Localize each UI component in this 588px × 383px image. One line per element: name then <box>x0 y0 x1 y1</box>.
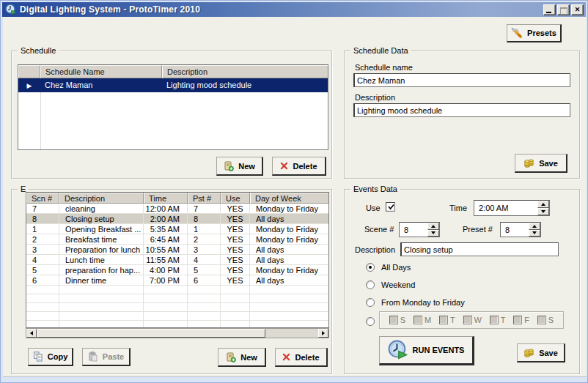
use-label: Use <box>366 204 381 212</box>
day-checkbox[interactable] <box>414 316 422 324</box>
close-button[interactable]: ✕ <box>571 4 584 15</box>
copy-button[interactable]: Copy <box>28 348 73 366</box>
events-table-hscrollbar[interactable] <box>26 328 329 338</box>
events-cell: YES <box>221 224 250 234</box>
schedule-table[interactable]: Schedulle Name Description ▶Chez MamanLi… <box>18 64 328 150</box>
events-table-row[interactable]: 8Closing setup2:00 AM8YESAll days <box>26 214 329 224</box>
events-table[interactable]: Scn #DescriptionTimePst #UseDay of Week … <box>26 192 329 328</box>
events-table-empty-row <box>26 286 329 294</box>
events-cell: 7 <box>188 204 221 214</box>
scroll-right-arrow-icon[interactable] <box>318 329 328 338</box>
day-checkbox[interactable] <box>537 316 546 324</box>
events-table-row[interactable]: 2Breakfast time6:45 AM2YESMonday to Frid… <box>26 234 329 245</box>
schedule-name-cell: Chez Maman <box>40 78 162 92</box>
day-letter: T <box>501 316 506 324</box>
schedule-table-row[interactable]: ▶Chez MamanLighting mood schedule <box>18 78 328 92</box>
schedule-table-header: Schedulle Name Description <box>18 65 328 78</box>
presets-button[interactable]: Presets <box>507 24 562 42</box>
day-cell: W <box>463 316 482 324</box>
day-checkbox[interactable] <box>439 316 448 324</box>
events-cell: 6 <box>188 275 221 286</box>
radio-weekend[interactable] <box>366 280 375 289</box>
schedule-table-empty-area <box>18 92 328 150</box>
radio-custom-days[interactable] <box>366 317 375 326</box>
events-cell: YES <box>221 255 250 265</box>
events-save-button[interactable]: Save <box>517 343 565 362</box>
new-record-icon <box>226 352 236 362</box>
events-table-row[interactable]: 7cleaning12:00 AM7YESMonday to Friday <box>26 204 329 214</box>
events-cell: 4 <box>188 255 221 265</box>
schedule-save-button[interactable]: Save <box>515 154 567 173</box>
events-cell: cleaning <box>59 204 144 214</box>
maximize-button[interactable] <box>557 4 570 15</box>
run-events-button[interactable]: RUN EVENTS <box>379 336 474 365</box>
radio-weekend-label: Weekend <box>381 280 415 289</box>
events-table-header: Scn #DescriptionTimePst #UseDay of Week <box>26 193 329 204</box>
events-table-row[interactable]: 3Preparation for lunch10:55 AM3YESAll da… <box>26 245 329 255</box>
events-table-row[interactable]: 4Lunch time11:55 AM4YESAll days <box>26 255 329 265</box>
wrench-icon <box>511 27 523 39</box>
events-cell: All days <box>250 255 329 265</box>
events-cell: 2 <box>188 234 221 245</box>
events-table-row[interactable]: 1Opening Breakfast ...5:35 AM1YESMonday … <box>26 224 329 234</box>
events-cell: 10:55 AM <box>144 245 188 255</box>
events-col-header: Time <box>144 193 188 204</box>
day-checkbox[interactable] <box>513 316 522 324</box>
paste-button[interactable]: Paste <box>82 348 131 366</box>
spin-down-icon[interactable] <box>427 230 439 237</box>
event-description-label: Description <box>355 245 395 254</box>
schedule-col-name: Schedulle Name <box>40 65 162 78</box>
events-cell: Monday to Friday <box>250 224 329 234</box>
preset-spinner[interactable]: 8 <box>500 222 541 237</box>
scene-spinner[interactable]: 8 <box>399 222 440 237</box>
events-col-header: Use <box>221 193 250 204</box>
custom-days-box: SMTWTFS <box>379 311 564 329</box>
time-spinner[interactable]: 2:00 AM <box>474 200 550 216</box>
delete-x-icon <box>280 162 288 170</box>
day-checkbox[interactable] <box>389 316 398 324</box>
events-cell: 2 <box>26 234 59 245</box>
radio-monday-to-friday[interactable] <box>366 298 375 307</box>
events-cell: 3 <box>26 245 59 255</box>
schedule-data-group-label: Schedulle Data <box>350 45 411 56</box>
schedule-description-label: Description <box>355 93 395 102</box>
schedule-group-label: Schedulle <box>18 45 59 56</box>
day-checkbox[interactable] <box>490 316 499 324</box>
schedule-description-field[interactable] <box>353 103 570 117</box>
events-cell: 1 <box>188 224 221 234</box>
events-new-button[interactable]: New <box>218 348 266 367</box>
scrollbar-thumb[interactable] <box>37 329 265 338</box>
schedule-delete-button[interactable]: Delete <box>272 157 326 176</box>
events-cell: preparation for hap... <box>59 265 144 275</box>
schedule-new-button[interactable]: New <box>216 157 263 176</box>
paste-icon <box>88 352 98 362</box>
events-table-row[interactable]: 5preparation for hap...4:00 PM5YESMonday… <box>26 265 329 275</box>
events-cell: Monday to Friday <box>250 234 329 245</box>
minimize-button[interactable] <box>543 4 556 15</box>
events-delete-button[interactable]: Delete <box>275 348 328 367</box>
events-cell: 5 <box>26 265 59 275</box>
events-col-header: Day of Week <box>250 193 329 204</box>
radio-monday-to-friday-label: From Monday to Friday <box>381 298 465 307</box>
event-description-field[interactable] <box>400 242 559 256</box>
scroll-left-arrow-icon[interactable] <box>26 329 37 338</box>
events-cell: 7:00 PM <box>144 275 188 286</box>
spin-up-icon[interactable] <box>537 201 549 208</box>
events-cell: YES <box>221 265 250 275</box>
events-cell: 6 <box>26 275 59 286</box>
radio-all-days[interactable] <box>366 263 375 272</box>
spin-down-icon[interactable] <box>529 230 540 237</box>
app-window: Digital Lighting System - ProtoTimer 201… <box>0 0 588 383</box>
day-letter: M <box>425 316 431 324</box>
use-checkbox[interactable] <box>386 202 395 212</box>
schedule-name-field[interactable] <box>353 73 570 87</box>
day-checkbox[interactable] <box>463 316 472 324</box>
events-cell: Lunch time <box>59 255 144 265</box>
events-cell: Opening Breakfast ... <box>59 224 144 234</box>
spin-down-icon[interactable] <box>537 208 549 215</box>
day-letter: W <box>474 316 482 324</box>
events-cell: YES <box>221 204 250 214</box>
spin-up-icon[interactable] <box>529 223 540 230</box>
events-table-row[interactable]: 6Dinner time7:00 PM6YESAll days <box>26 275 329 286</box>
spin-up-icon[interactable] <box>427 223 439 230</box>
